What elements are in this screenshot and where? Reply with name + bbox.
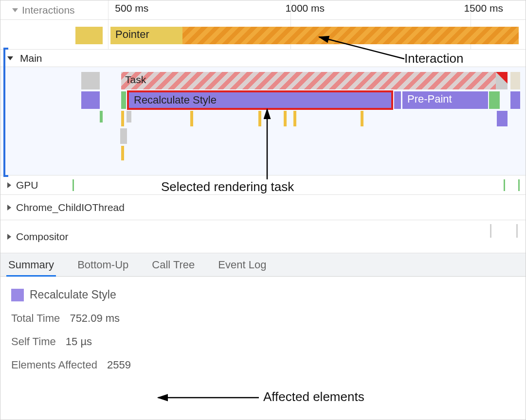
time-tick: 500 ms bbox=[115, 2, 148, 14]
track-label-text: Compositor bbox=[16, 231, 68, 243]
long-task-marker bbox=[496, 72, 508, 84]
tick bbox=[516, 224, 518, 238]
pre-paint-block[interactable]: Pre-Paint bbox=[402, 91, 488, 109]
task-bar[interactable]: Task bbox=[121, 72, 496, 89]
summary-title-text: Recalculate Style bbox=[30, 288, 116, 301]
task-slab[interactable] bbox=[510, 72, 520, 89]
summary-panel: Recalculate Style Total Time 752.09 ms S… bbox=[0, 277, 526, 420]
interaction-label: Pointer bbox=[115, 28, 149, 41]
task-label: Task bbox=[125, 74, 146, 86]
summary-label: Elements Affected bbox=[11, 359, 97, 371]
activity-slab[interactable] bbox=[510, 91, 520, 109]
tick bbox=[120, 128, 127, 144]
summary-value: 752.09 ms bbox=[70, 312, 120, 324]
devtools-performance-panel: 500 ms 1000 ms 1500 ms Interactions Poin… bbox=[0, 0, 526, 420]
summary-total-time: Total Time 752.09 ms bbox=[11, 312, 515, 325]
compositor-track[interactable]: Compositor bbox=[0, 220, 526, 253]
track-label-text: Interactions bbox=[22, 4, 75, 16]
tab-event-log[interactable]: Event Log bbox=[217, 254, 267, 276]
tick bbox=[73, 179, 74, 191]
activity-slab[interactable] bbox=[394, 91, 401, 109]
summary-self-time: Self Time 15 µs bbox=[11, 335, 515, 348]
childio-track[interactable]: Chrome_ChildIOThread bbox=[0, 195, 526, 220]
selection-bracket bbox=[3, 48, 8, 177]
summary-label: Total Time bbox=[11, 312, 60, 324]
activity-label: Pre-Paint bbox=[407, 93, 452, 105]
tick bbox=[127, 111, 131, 122]
main-track: Main Task Recalculate Style Pre-Paint bbox=[0, 49, 526, 175]
activity-slab[interactable] bbox=[81, 91, 100, 109]
tab-summary[interactable]: Summary bbox=[7, 254, 55, 276]
interaction-block[interactable] bbox=[75, 27, 103, 44]
tick bbox=[293, 111, 296, 126]
tab-call-tree[interactable]: Call Tree bbox=[151, 254, 196, 276]
recalculate-style-block[interactable]: Recalculate Style bbox=[127, 90, 393, 110]
activity-slab[interactable] bbox=[497, 111, 508, 126]
chevron-right-icon bbox=[7, 205, 11, 210]
tick bbox=[190, 111, 193, 126]
track-label-text: GPU bbox=[16, 179, 38, 191]
main-track-label[interactable]: Main bbox=[20, 52, 42, 64]
tick bbox=[518, 179, 520, 191]
chevron-down-icon bbox=[12, 8, 18, 12]
activity-slab[interactable] bbox=[489, 91, 500, 109]
summary-label: Self Time bbox=[11, 335, 56, 348]
time-tick: 1000 ms bbox=[286, 2, 325, 14]
chevron-right-icon bbox=[7, 234, 11, 240]
task-slab[interactable] bbox=[81, 72, 100, 89]
tick bbox=[121, 146, 124, 160]
tick bbox=[490, 224, 491, 238]
chevron-right-icon bbox=[7, 182, 11, 188]
tick bbox=[258, 111, 261, 126]
tick bbox=[284, 111, 287, 126]
color-swatch bbox=[11, 289, 24, 301]
track-label-text: Chrome_ChildIOThread bbox=[16, 202, 125, 213]
tick bbox=[504, 179, 505, 191]
tick bbox=[100, 111, 103, 122]
activity-slab[interactable] bbox=[121, 91, 126, 109]
gpu-track[interactable]: GPU bbox=[0, 175, 526, 195]
time-ruler: 500 ms 1000 ms 1500 ms bbox=[0, 0, 526, 20]
interactions-track-header[interactable]: Interactions bbox=[7, 1, 75, 19]
tab-bottom-up[interactable]: Bottom-Up bbox=[76, 254, 129, 276]
summary-value: 15 µs bbox=[66, 335, 92, 348]
tick bbox=[121, 111, 124, 126]
time-tick: 1500 ms bbox=[464, 2, 503, 14]
interaction-long-block[interactable] bbox=[182, 27, 519, 44]
activity-label: Recalculate Style bbox=[134, 94, 217, 106]
summary-value: 2559 bbox=[107, 359, 131, 371]
summary-title: Recalculate Style bbox=[11, 288, 515, 301]
interaction-pointer-block[interactable]: Pointer bbox=[110, 27, 182, 44]
summary-elements-affected: Elements Affected 2559 bbox=[11, 359, 515, 371]
tick bbox=[361, 111, 363, 126]
details-tabs: Summary Bottom-Up Call Tree Event Log bbox=[0, 253, 526, 277]
